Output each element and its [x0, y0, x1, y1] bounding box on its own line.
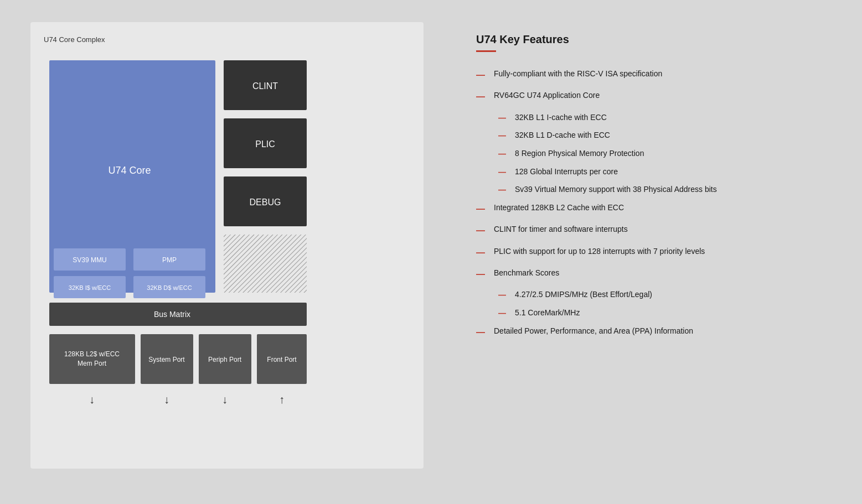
- right-panel: U74 Key Features —Fully-compliant with t…: [454, 0, 862, 504]
- icache-label: 32KB I$ w/ECC: [69, 284, 111, 291]
- feature-dash: —: [498, 308, 506, 319]
- svg-text:↑: ↑: [279, 393, 285, 406]
- feature-item: —Benchmark Scores: [476, 268, 834, 280]
- u74-core-label: U74 Core: [108, 165, 151, 176]
- architecture-diagram: U74 Core CLINT PLIC DEBUG SV39 MMU: [44, 55, 404, 453]
- clint-label: CLINT: [252, 81, 278, 91]
- feature-dash: —: [498, 167, 506, 178]
- svg-text:↓: ↓: [164, 393, 169, 406]
- feature-text: Fully-compliant with the RISC-V ISA spec…: [494, 69, 662, 80]
- feature-list: —Fully-compliant with the RISC-V ISA spe…: [476, 69, 834, 339]
- front-port-label: Front Port: [267, 356, 297, 363]
- feature-dash: —: [498, 113, 506, 124]
- svg-rect-11: [49, 334, 135, 384]
- feature-text: Sv39 Virtual Memory support with 38 Phys…: [515, 184, 717, 195]
- feature-item: —128 Global Interrupts per core: [498, 167, 834, 178]
- feature-text: 4.27/2.5 DMIPS/MHz (Best Effort/Legal): [515, 289, 652, 300]
- feature-item: —32KB L1 I-cache with ECC: [498, 112, 834, 124]
- sv39-mmu-label: SV39 MMU: [73, 256, 106, 264]
- mem-port-label: Mem Port: [78, 360, 107, 367]
- feature-dash: —: [498, 131, 506, 142]
- diagram-body: U74 Core CLINT PLIC DEBUG SV39 MMU: [44, 55, 410, 455]
- periph-port-label: Periph Port: [208, 356, 242, 363]
- diagram-card: U74 Core Complex U74 Core CLINT PLIC DEB…: [30, 22, 424, 469]
- feature-text: Detailed Power, Performance, and Area (P…: [494, 326, 693, 337]
- feature-item: —Sv39 Virtual Memory support with 38 Phy…: [498, 184, 834, 196]
- svg-rect-5: [224, 235, 307, 293]
- feature-text: 8 Region Physical Memory Protection: [515, 148, 644, 159]
- feature-text: 32KB L1 I-cache with ECC: [515, 112, 607, 123]
- dcache-label: 32KB D$ w/ECC: [147, 284, 192, 291]
- svg-text:↓: ↓: [89, 393, 95, 406]
- feature-item: —32KB L1 D-cache with ECC: [498, 130, 834, 142]
- bus-matrix-label: Bus Matrix: [154, 310, 190, 319]
- feature-text: Integrated 128KB L2 Cache with ECC: [494, 202, 624, 214]
- system-port-label: System Port: [148, 356, 185, 363]
- feature-item: —4.27/2.5 DMIPS/MHz (Best Effort/Legal): [498, 289, 834, 301]
- feature-item: —CLINT for timer and software interrupts: [476, 224, 834, 237]
- pmp-label: PMP: [162, 256, 177, 264]
- debug-label: DEBUG: [250, 198, 281, 207]
- feature-item: —Integrated 128KB L2 Cache with ECC: [476, 202, 834, 215]
- feature-item: —Detailed Power, Performance, and Area (…: [476, 326, 834, 339]
- feature-item: —Fully-compliant with the RISC-V ISA spe…: [476, 69, 834, 81]
- feature-dash: —: [476, 247, 485, 259]
- l2-label: 128KB L2$ w/ECC: [64, 350, 120, 358]
- feature-item: —8 Region Physical Memory Protection: [498, 148, 834, 160]
- feature-text: PLIC with support for up to 128 interrup…: [494, 246, 705, 257]
- feature-dash: —: [498, 290, 506, 301]
- feature-text: 32KB L1 D-cache with ECC: [515, 130, 610, 141]
- feature-dash: —: [498, 185, 506, 196]
- plic-label: PLIC: [255, 139, 275, 149]
- feature-text: 128 Global Interrupts per core: [515, 167, 618, 178]
- feature-item: —5.1 CoreMark/MHz: [498, 308, 834, 319]
- feature-text: Benchmark Scores: [494, 268, 559, 279]
- feature-text: 5.1 CoreMark/MHz: [515, 308, 580, 319]
- feature-dash: —: [476, 91, 485, 103]
- feature-text: CLINT for timer and software interrupts: [494, 224, 628, 235]
- red-divider: [476, 50, 496, 52]
- svg-text:↓: ↓: [222, 393, 228, 406]
- feature-text: RV64GC U74 Application Core: [494, 90, 600, 101]
- feature-dash: —: [476, 268, 485, 280]
- feature-item: —RV64GC U74 Application Core: [476, 90, 834, 103]
- feature-dash: —: [476, 326, 485, 339]
- feature-dash: —: [476, 203, 485, 215]
- left-panel: U74 Core Complex U74 Core CLINT PLIC DEB…: [0, 0, 454, 504]
- feature-dash: —: [476, 225, 485, 237]
- feature-dash: —: [498, 149, 506, 160]
- diagram-title: U74 Core Complex: [44, 35, 410, 44]
- feature-dash: —: [476, 69, 485, 81]
- feature-item: —PLIC with support for up to 128 interru…: [476, 246, 834, 259]
- features-title: U74 Key Features: [476, 33, 834, 46]
